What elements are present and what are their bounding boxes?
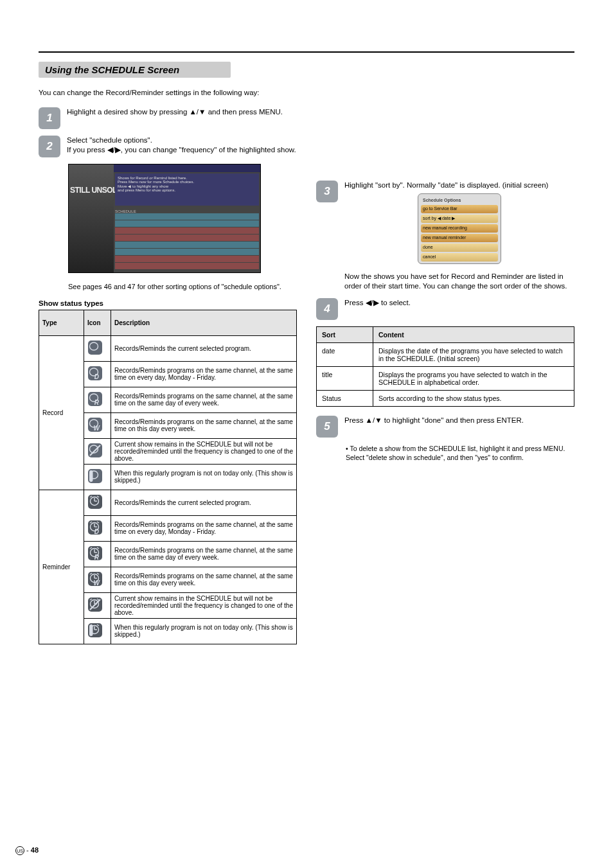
step-5-body: Press ▲/▼ to highlight "done" and then p… bbox=[344, 416, 524, 438]
step-5: 5 Press ▲/▼ to highlight "done" and then… bbox=[316, 416, 574, 438]
page-dash: - bbox=[26, 846, 31, 854]
step-number-1: 1 bbox=[39, 107, 60, 129]
col-icon: Icon bbox=[84, 310, 111, 335]
reminder-off-icon bbox=[87, 597, 103, 612]
reminder-regularly-icon bbox=[87, 545, 103, 561]
sort-content: Displays the programs you have selected … bbox=[373, 366, 574, 390]
sort-content: Displays the date of the programs you ha… bbox=[373, 342, 574, 366]
step-number-2: 2 bbox=[39, 136, 60, 157]
table-row: title Displays the programs you have sel… bbox=[317, 366, 574, 390]
record-weekly-icon bbox=[87, 417, 103, 432]
region-badge: US bbox=[15, 846, 24, 855]
col-description: Description bbox=[111, 310, 297, 335]
type-reminder: Reminder bbox=[39, 490, 84, 644]
desc-cell: Current show remains in the SCHEDULE but… bbox=[111, 438, 297, 464]
page-num: 48 bbox=[31, 846, 39, 854]
step-3-body: Highlight "sort by". Normally "date" is … bbox=[344, 181, 574, 292]
icons-table-title: Show status types bbox=[39, 299, 297, 307]
table-row: Status Sorts according to the show statu… bbox=[317, 390, 574, 406]
section-header: Using the SCHEDULE Screen bbox=[39, 62, 231, 78]
type-record: Record bbox=[39, 335, 84, 490]
note-text: To delete a show from the SCHEDULE list,… bbox=[346, 445, 565, 461]
sort-key: Status bbox=[317, 390, 373, 406]
col-sort: Sort bbox=[317, 326, 373, 342]
delete-note: • To delete a show from the SCHEDULE lis… bbox=[346, 444, 574, 462]
desc-cell: Records/Reminds programs on the same cha… bbox=[111, 361, 297, 387]
step-4-body: Press ◀/▶ to select. bbox=[344, 298, 411, 320]
show-status-table: Type Icon Description Record Records/Rem… bbox=[39, 310, 297, 644]
record-off-icon bbox=[87, 443, 103, 458]
step-2-body: Select "schedule options". If you press … bbox=[67, 136, 296, 157]
step-number-3: 3 bbox=[316, 181, 338, 202]
sort-key: date bbox=[317, 342, 373, 366]
page-content: Using the SCHEDULE Screen You can change… bbox=[39, 51, 574, 836]
table-row: date Displays the date of the programs y… bbox=[317, 342, 574, 366]
step-1: 1 Highlight a desired show by pressing ▲… bbox=[39, 107, 297, 129]
step-number-5: 5 bbox=[316, 416, 338, 438]
reference-note: See pages 46 and 47 for other sorting op… bbox=[68, 282, 297, 292]
sort-options-table: Sort Content date Displays the date of t… bbox=[316, 326, 574, 407]
reminder-weekly-icon bbox=[87, 571, 103, 587]
desc-cell: Records/Reminds programs on the same cha… bbox=[111, 515, 297, 541]
desc-cell: Records/Reminds the current selected pro… bbox=[111, 490, 297, 515]
step-4: 4 Press ◀/▶ to select. bbox=[316, 298, 574, 320]
col-type: Type bbox=[39, 310, 84, 335]
desc-cell: Records/Reminds programs on the same cha… bbox=[111, 387, 297, 412]
desc-cell: Records/Reminds the current selected pro… bbox=[111, 335, 297, 361]
record-once-icon bbox=[87, 340, 103, 355]
desc-cell: When this regularly program is not on to… bbox=[111, 618, 297, 644]
step-2-text: Select "schedule options". bbox=[67, 136, 152, 144]
right-column: 3 Highlight "sort by". Normally "date" i… bbox=[316, 84, 574, 644]
desc-cell: Records/Reminds programs on the same cha… bbox=[111, 412, 297, 438]
desc-cell: Current show remains in the SCHEDULE but… bbox=[111, 592, 297, 618]
table-row: Record Records/Reminds the current selec… bbox=[39, 335, 297, 361]
desc-cell: When this regularly program is not on to… bbox=[111, 464, 297, 490]
col-content: Content bbox=[373, 326, 574, 342]
reminder-suspend-icon bbox=[87, 623, 103, 638]
desc-cell: Records/Reminds programs on the same cha… bbox=[111, 541, 297, 567]
table-row: Reminder Records/Reminds the current sel… bbox=[39, 490, 297, 515]
left-column: You can change the Record/Reminder setti… bbox=[39, 84, 297, 644]
page-rule bbox=[39, 51, 574, 53]
reminder-once-icon bbox=[87, 494, 103, 509]
record-suspend-icon bbox=[87, 468, 103, 484]
record-regularly-icon bbox=[87, 391, 103, 407]
reminder-daily-icon bbox=[87, 520, 103, 535]
step-3: 3 Highlight "sort by". Normally "date" i… bbox=[316, 181, 574, 292]
step-2-subtext: If you press ◀/▶, you can change "freque… bbox=[67, 146, 296, 154]
schedule-options-screenshot: Schedule Options go to Service Bar sort … bbox=[418, 193, 501, 264]
bullet: • bbox=[346, 445, 348, 452]
step-number-4: 4 bbox=[316, 298, 338, 320]
step-1-body: Highlight a desired show by pressing ▲/▼… bbox=[67, 107, 283, 129]
sort-content: Sorts according to the show status types… bbox=[373, 390, 574, 406]
sort-key: title bbox=[317, 366, 373, 390]
page-number: US - 48 bbox=[15, 846, 39, 855]
record-daily-icon bbox=[87, 366, 103, 381]
step-2: 2 Select "schedule options". If you pres… bbox=[39, 136, 297, 157]
schedule-screenshot: Shows for Record or Remind listed here.P… bbox=[68, 164, 261, 273]
desc-cell: Records/Reminds programs on the same cha… bbox=[111, 567, 297, 592]
intro-text: You can change the Record/Reminder setti… bbox=[39, 88, 297, 98]
